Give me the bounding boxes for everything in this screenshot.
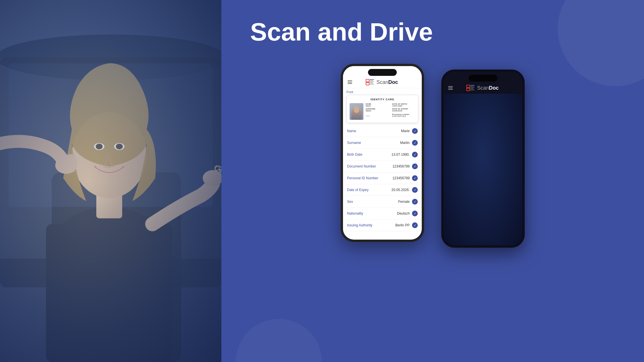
check-icon: [412, 152, 418, 157]
check-icon: [412, 199, 418, 205]
svg-rect-4: [52, 172, 181, 362]
data-row-label: Personal ID Number: [347, 176, 379, 180]
svg-point-21: [55, 157, 77, 174]
svg-rect-34: [470, 86, 474, 87]
check-icon: [412, 175, 418, 181]
id-expiry-value: 20/05/2026: [392, 110, 415, 112]
logo-scan-part: Scan: [376, 79, 388, 85]
data-row-value: 20.05.2026.: [379, 188, 410, 192]
phone-dark: ScanDoc: [441, 70, 525, 248]
headline: Scan and Drive: [250, 17, 433, 47]
id-row-surname-expiry: SURNAME Martin DATE OF EXPIRY 20/05/2026: [366, 108, 415, 112]
svg-point-14: [203, 170, 221, 186]
check-icon: [412, 128, 418, 134]
svg-rect-27: [370, 80, 373, 81]
data-row-label: Name: [347, 129, 379, 133]
scan-logo-icon: [365, 79, 375, 86]
phone-dark-notch: [469, 75, 497, 82]
data-row: Personal ID Number123456789: [343, 172, 422, 184]
id-field-dob: DATE OF BIRTH 13/07/1990: [392, 103, 415, 107]
data-row: NameMarie: [343, 125, 422, 137]
check-icon: [412, 222, 418, 228]
phone-white: ScanDoc Front IDENTITY CARD: [341, 64, 424, 242]
phone-white-notch: [368, 69, 397, 76]
svg-point-13: [116, 144, 123, 149]
dark-logo-scan-part: Scan: [477, 85, 489, 91]
id-card-body: NAME Marie DATE OF BIRTH 13/07/1990: [350, 103, 415, 120]
svg-point-15: [215, 166, 221, 173]
face-bg: [444, 94, 522, 245]
dark-hamburger-icon[interactable]: [448, 86, 453, 90]
id-field-expiry: DATE OF EXPIRY 20/05/2026: [392, 108, 415, 112]
svg-rect-17: [219, 171, 221, 173]
id-dob-value: 13/07/1990: [392, 105, 415, 107]
data-row: SurnameMartin: [343, 137, 422, 149]
id-name-value: Marie: [366, 105, 389, 107]
svg-point-10: [94, 143, 104, 150]
svg-rect-0: [0, 0, 221, 362]
data-row-value: Marie: [379, 129, 410, 133]
svg-rect-23: [0, 0, 221, 57]
data-row: Date of Expiry20.05.2026.: [343, 184, 422, 196]
id-photo-person: [351, 106, 362, 120]
dark-logo-text: ScanDoc: [477, 85, 499, 91]
data-row: Issuing AuthorityBerlin PP: [343, 219, 422, 231]
check-icon: [412, 140, 418, 146]
dark-logo-doc-part: Doc: [489, 85, 499, 91]
id-row-name-dob: NAME Marie DATE OF BIRTH 13/07/1990: [366, 103, 415, 107]
svg-rect-2: [0, 57, 221, 287]
id-surname-value: Martin: [366, 110, 389, 112]
data-row-label: Sex: [347, 200, 379, 204]
face-scan-area: [444, 94, 522, 245]
id-field-surname: SURNAME Martin: [366, 108, 389, 112]
data-row: Document Number123456789: [343, 161, 422, 172]
svg-rect-26: [370, 79, 374, 80]
data-row-value: Female: [379, 200, 410, 204]
data-row: SexFemale: [343, 196, 422, 208]
svg-point-3: [0, 34, 221, 80]
phones-container: ScanDoc Front IDENTITY CARD: [233, 64, 632, 248]
id-card-title: IDENTITY CARD: [350, 98, 415, 101]
data-row-label: Birth Date: [347, 153, 379, 157]
logo-doc-part: Doc: [388, 79, 398, 85]
data-row-label: Surname: [347, 141, 379, 145]
svg-rect-32: [467, 88, 470, 91]
dark-scan-logo-icon: [466, 84, 475, 91]
data-row-value: Berlin PP: [379, 223, 410, 227]
data-row-label: Document Number: [347, 164, 379, 168]
data-row: Birth Date13.07.1990.: [343, 149, 422, 161]
data-row: NationalityDeutsch: [343, 208, 422, 219]
id-row-sig-docnum: ~~ Document number X4RTBPFA3: [366, 113, 415, 118]
svg-rect-8: [96, 184, 122, 218]
id-field-name: NAME Marie: [366, 103, 389, 107]
svg-point-6: [46, 207, 172, 310]
data-rows: NameMarieSurnameMartinBirth Date13.07.19…: [343, 125, 422, 240]
logo-area: ScanDoc: [365, 79, 398, 86]
hamburger-icon[interactable]: [348, 80, 352, 84]
svg-point-20: [215, 166, 219, 170]
svg-rect-24: [366, 79, 369, 82]
data-row-value: Deutsch: [379, 211, 410, 215]
check-icon: [412, 187, 418, 193]
id-docnum-value: X4RTBPFA3: [392, 115, 415, 117]
svg-point-11: [96, 144, 103, 149]
data-row-value: 123456789: [379, 164, 410, 168]
id-card: IDENTITY CARD NAME Marie: [346, 95, 418, 123]
data-row-value: Martin: [379, 141, 410, 145]
phone-dark-screen: ScanDoc: [444, 72, 522, 245]
svg-point-12: [114, 143, 124, 150]
data-row-label: Nationality: [347, 211, 379, 215]
deco-circle-2: [236, 319, 322, 362]
id-signature: ~~: [366, 114, 389, 118]
id-card-section: Front IDENTITY CARD NAME M: [343, 88, 422, 125]
logo-text: ScanDoc: [376, 79, 398, 85]
svg-rect-37: [470, 90, 475, 90]
svg-rect-31: [467, 85, 470, 88]
svg-rect-36: [470, 88, 474, 89]
svg-rect-5: [9, 63, 213, 207]
svg-rect-28: [370, 82, 374, 82]
check-icon: [412, 211, 418, 216]
id-field-signature: ~~: [366, 113, 389, 118]
data-row-label: Issuing Authority: [347, 223, 379, 227]
data-row-value: 13.07.1990.: [379, 153, 410, 157]
